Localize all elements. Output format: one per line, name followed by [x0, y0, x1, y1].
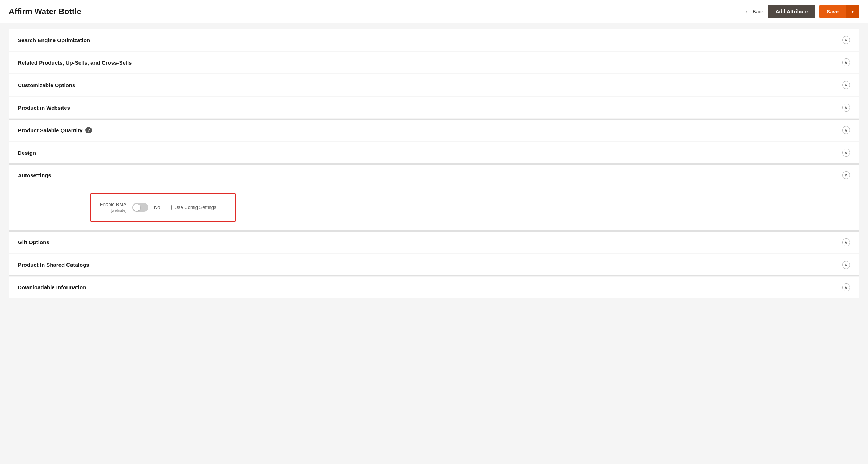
section-product-in-shared-catalogs: Product In Shared Catalogs ∨ — [9, 254, 859, 276]
page-wrapper: Affirm Water Bottle ← Back Add Attribute… — [0, 0, 868, 464]
section-autosettings-header[interactable]: Autosettings ∧ — [9, 165, 859, 186]
toggle-state-label: No — [154, 205, 160, 210]
section-downloadable-information-title: Downloadable Information — [18, 284, 86, 290]
section-gift-options-title: Gift Options — [18, 239, 49, 245]
save-button[interactable]: Save — [819, 5, 846, 18]
toggle-thumb — [133, 204, 140, 211]
chevron-down-icon: ∨ — [842, 81, 850, 89]
section-product-in-shared-catalogs-title: Product In Shared Catalogs — [18, 262, 89, 268]
section-design-title: Design — [18, 150, 36, 156]
section-downloadable-information-header[interactable]: Downloadable Information ∨ — [9, 277, 859, 298]
page-header: Affirm Water Bottle ← Back Add Attribute… — [0, 0, 868, 23]
save-dropdown-button[interactable]: ▼ — [846, 5, 859, 18]
enable-rma-toggle[interactable] — [132, 203, 148, 212]
section-autosettings-body: Enable RMA [website] No — [9, 186, 859, 230]
add-attribute-button[interactable]: Add Attribute — [768, 5, 815, 18]
content-area: Search Engine Optimization ∨ Related Pro… — [0, 23, 868, 305]
use-config-settings-wrapper: Use Config Settings — [166, 205, 217, 210]
use-config-settings-label: Use Config Settings — [175, 205, 217, 210]
section-customizable-options-title: Customizable Options — [18, 82, 75, 88]
page-title: Affirm Water Bottle — [9, 7, 81, 16]
chevron-up-icon: ∧ — [842, 171, 850, 179]
header-actions: ← Back Add Attribute Save ▼ — [744, 5, 859, 18]
section-product-in-websites: Product in Websites ∨ — [9, 97, 859, 118]
chevron-down-icon: ∨ — [842, 126, 850, 134]
chevron-down-icon: ∨ — [842, 58, 850, 66]
section-design: Design ∨ — [9, 142, 859, 164]
use-config-settings-checkbox[interactable] — [166, 205, 172, 210]
enable-rma-field-box: Enable RMA [website] No — [90, 193, 236, 222]
section-autosettings: Autosettings ∧ Enable RMA [website] — [9, 164, 859, 231]
chevron-down-icon: ∨ — [842, 261, 850, 269]
section-product-salable-quantity-header[interactable]: Product Salable Quantity ? ∨ — [9, 120, 859, 141]
section-design-header[interactable]: Design ∨ — [9, 142, 859, 163]
section-related-products-title: Related Products, Up-Sells, and Cross-Se… — [18, 60, 132, 66]
section-seo-header[interactable]: Search Engine Optimization ∨ — [9, 29, 859, 51]
save-dropdown-arrow-icon: ▼ — [851, 9, 855, 14]
chevron-down-icon: ∨ — [842, 283, 850, 291]
section-gift-options: Gift Options ∨ — [9, 231, 859, 253]
section-product-in-websites-title: Product in Websites — [18, 105, 70, 111]
help-icon[interactable]: ? — [85, 127, 92, 133]
section-seo: Search Engine Optimization ∨ — [9, 29, 859, 51]
section-product-salable-quantity: Product Salable Quantity ? ∨ — [9, 119, 859, 141]
section-seo-title: Search Engine Optimization — [18, 37, 90, 43]
enable-rma-scope: [website] — [100, 208, 126, 213]
section-downloadable-information: Downloadable Information ∨ — [9, 277, 859, 298]
chevron-down-icon: ∨ — [842, 149, 850, 157]
chevron-down-icon: ∨ — [842, 36, 850, 44]
chevron-down-icon: ∨ — [842, 238, 850, 246]
section-product-salable-quantity-title: Product Salable Quantity ? — [18, 127, 92, 133]
section-related-products-header[interactable]: Related Products, Up-Sells, and Cross-Se… — [9, 52, 859, 73]
save-button-wrapper: Save ▼ — [819, 5, 859, 18]
chevron-down-icon: ∨ — [842, 104, 850, 112]
back-arrow-icon: ← — [744, 8, 750, 15]
section-customizable-options: Customizable Options ∨ — [9, 74, 859, 96]
section-product-in-websites-header[interactable]: Product in Websites ∨ — [9, 97, 859, 118]
back-link[interactable]: ← Back — [744, 8, 764, 15]
section-related-products: Related Products, Up-Sells, and Cross-Se… — [9, 52, 859, 73]
section-product-in-shared-catalogs-header[interactable]: Product In Shared Catalogs ∨ — [9, 254, 859, 275]
section-gift-options-header[interactable]: Gift Options ∨ — [9, 232, 859, 253]
back-label: Back — [752, 9, 764, 15]
enable-rma-label: Enable RMA — [100, 202, 126, 207]
section-customizable-options-header[interactable]: Customizable Options ∨ — [9, 74, 859, 96]
toggle-track[interactable] — [132, 203, 148, 212]
section-autosettings-title: Autosettings — [18, 172, 51, 178]
enable-rma-label-wrapper: Enable RMA [website] — [100, 201, 126, 214]
